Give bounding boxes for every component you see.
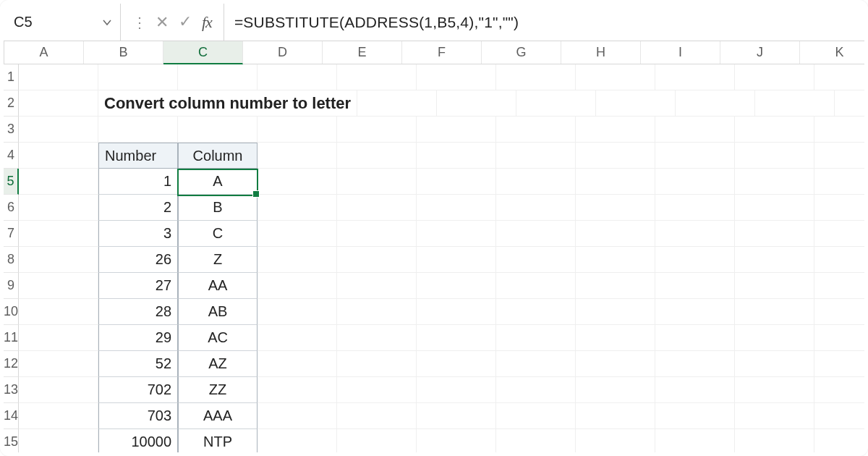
table-cell-number[interactable]: 702 (98, 377, 178, 403)
cell-E10[interactable]: . (337, 299, 417, 325)
cell-I2[interactable]: . (835, 90, 868, 117)
cell-J12[interactable]: . (735, 351, 814, 377)
cell-K15[interactable]: . (814, 429, 868, 455)
table-cell-column[interactable]: A (178, 169, 258, 195)
cell-H1[interactable]: . (576, 64, 655, 90)
cell-I11[interactable]: . (655, 325, 735, 351)
table-cell-number[interactable]: 27 (98, 273, 178, 299)
cell-F10[interactable]: . (417, 299, 496, 325)
cell-K9[interactable]: . (814, 273, 868, 299)
cell-I3[interactable]: . (655, 117, 735, 143)
cell-F4[interactable]: . (417, 143, 496, 169)
table-cell-number[interactable]: 1 (98, 169, 178, 195)
cell-E6[interactable]: . (337, 195, 417, 221)
row-head-11[interactable]: 11 (4, 325, 19, 351)
cell-J7[interactable]: . (735, 221, 814, 247)
cell-D8[interactable]: . (258, 247, 337, 273)
fx-icon[interactable]: fx (202, 13, 212, 32)
cancel-formula-icon[interactable]: ✕ (156, 13, 169, 32)
row-head-5[interactable]: 5 (4, 169, 19, 195)
cell-E13[interactable]: . (337, 377, 417, 403)
cell-A14[interactable]: . (19, 403, 98, 429)
cell-E15[interactable]: . (337, 429, 417, 455)
cell-F13[interactable]: . (417, 377, 496, 403)
cell-A5[interactable]: . (19, 169, 98, 195)
cell-J4[interactable]: . (735, 143, 814, 169)
cell-G7[interactable]: . (496, 221, 576, 247)
cell-K8[interactable]: . (814, 247, 868, 273)
cell-I9[interactable]: . (655, 273, 735, 299)
cell-C2[interactable]: . (357, 90, 437, 117)
cell-I15[interactable]: . (655, 429, 735, 455)
cell-I4[interactable]: . (655, 143, 735, 169)
cell-J14[interactable]: . (735, 403, 814, 429)
col-head-A[interactable]: A (4, 41, 84, 64)
col-head-K[interactable]: K (800, 41, 868, 64)
table-cell-column[interactable]: Z (178, 247, 258, 273)
cell-I8[interactable]: . (655, 247, 735, 273)
cell-F7[interactable]: . (417, 221, 496, 247)
table-cell-number[interactable]: 3 (98, 221, 178, 247)
cell-F3[interactable]: . (417, 117, 496, 143)
cell-E1[interactable]: . (337, 64, 417, 90)
cell-G3[interactable]: . (496, 117, 576, 143)
row-head-12[interactable]: 12 (4, 351, 19, 377)
cell-K10[interactable]: . (814, 299, 868, 325)
name-box[interactable]: C5 (4, 4, 121, 41)
drag-handle-icon[interactable]: ⋮ (132, 14, 145, 31)
cell-G6[interactable]: . (496, 195, 576, 221)
row-head-6[interactable]: 6 (4, 195, 19, 221)
cell-C1[interactable]: . (178, 64, 258, 90)
table-cell-column[interactable]: AC (178, 325, 258, 351)
table-cell-column[interactable]: C (178, 221, 258, 247)
cell-G8[interactable]: . (496, 247, 576, 273)
cell-K12[interactable]: . (814, 351, 868, 377)
formula-input[interactable]: =SUBSTITUTE(ADDRESS(1,B5,4),"1","") (224, 4, 864, 41)
table-cell-number[interactable]: 52 (98, 351, 178, 377)
cell-D2[interactable]: . (437, 90, 516, 117)
col-head-J[interactable]: J (720, 41, 800, 64)
col-head-B[interactable]: B (84, 41, 163, 64)
cell-F9[interactable]: . (417, 273, 496, 299)
cell-A9[interactable]: . (19, 273, 98, 299)
row-head-3[interactable]: 3 (4, 117, 19, 143)
cell-H2[interactable]: . (755, 90, 835, 117)
cell-D13[interactable]: . (258, 377, 337, 403)
cell-D3[interactable]: . (258, 117, 337, 143)
cell-J10[interactable]: . (735, 299, 814, 325)
cell-E11[interactable]: . (337, 325, 417, 351)
cell-E3[interactable]: . (337, 117, 417, 143)
cell-F5[interactable]: . (417, 169, 496, 195)
cell-E4[interactable]: . (337, 143, 417, 169)
cell-F1[interactable]: . (417, 64, 496, 90)
col-head-E[interactable]: E (323, 41, 402, 64)
cell-G10[interactable]: . (496, 299, 576, 325)
cell-I1[interactable]: . (655, 64, 735, 90)
cell-J15[interactable]: . (735, 429, 814, 455)
page-title[interactable]: Convert column number to letter (98, 90, 357, 117)
cell-B1[interactable]: . (98, 64, 178, 90)
table-cell-number[interactable]: 10000 (98, 429, 178, 455)
cell-J6[interactable]: . (735, 195, 814, 221)
cell-A12[interactable]: . (19, 351, 98, 377)
cell-E12[interactable]: . (337, 351, 417, 377)
cell-J11[interactable]: . (735, 325, 814, 351)
table-cell-number[interactable]: 703 (98, 403, 178, 429)
cell-E7[interactable]: . (337, 221, 417, 247)
cell-G4[interactable]: . (496, 143, 576, 169)
table-cell-column[interactable]: NTP (178, 429, 258, 455)
table-header-number[interactable]: Number (98, 143, 178, 169)
table-cell-number[interactable]: 26 (98, 247, 178, 273)
cell-G5[interactable]: . (496, 169, 576, 195)
cell-K6[interactable]: . (814, 195, 868, 221)
cell-J9[interactable]: . (735, 273, 814, 299)
table-cell-column[interactable]: AB (178, 299, 258, 325)
cell-H6[interactable]: . (576, 195, 655, 221)
cell-I12[interactable]: . (655, 351, 735, 377)
cell-A1[interactable]: . (19, 64, 98, 90)
cell-A6[interactable]: . (19, 195, 98, 221)
cell-F6[interactable]: . (417, 195, 496, 221)
cell-G1[interactable]: . (496, 64, 576, 90)
cell-E8[interactable]: . (337, 247, 417, 273)
cell-G9[interactable]: . (496, 273, 576, 299)
